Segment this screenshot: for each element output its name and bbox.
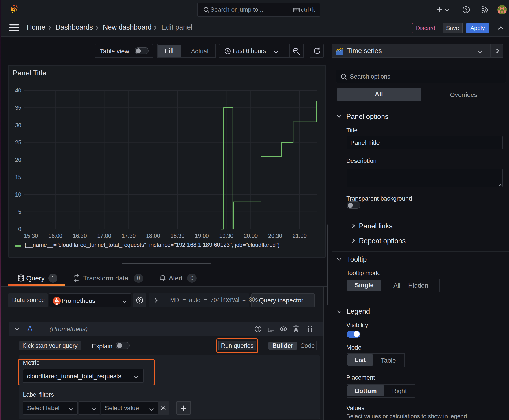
svg-text:15:30: 15:30: [24, 233, 38, 239]
svg-text:0: 0: [18, 226, 21, 232]
svg-text:20:30: 20:30: [268, 233, 282, 239]
svg-text:20:00: 20:00: [243, 233, 258, 239]
svg-text:18:30: 18:30: [170, 233, 184, 239]
svg-text:19:30: 19:30: [219, 233, 233, 239]
svg-text:15: 15: [15, 174, 21, 180]
svg-text:16:30: 16:30: [73, 233, 87, 239]
svg-text:35: 35: [15, 105, 21, 111]
svg-text:16:00: 16:00: [48, 233, 62, 239]
svg-text:10: 10: [15, 191, 21, 198]
svg-text:19:00: 19:00: [195, 233, 209, 239]
svg-text:5: 5: [18, 209, 21, 215]
svg-text:17:30: 17:30: [122, 233, 136, 239]
svg-text:21:00: 21:00: [292, 233, 307, 239]
svg-text:20: 20: [15, 157, 21, 163]
svg-text:17:00: 17:00: [97, 233, 111, 239]
svg-text:25: 25: [15, 139, 21, 146]
svg-text:30: 30: [15, 122, 21, 128]
svg-text:40: 40: [15, 87, 21, 94]
svg-text:18:00: 18:00: [146, 233, 160, 239]
